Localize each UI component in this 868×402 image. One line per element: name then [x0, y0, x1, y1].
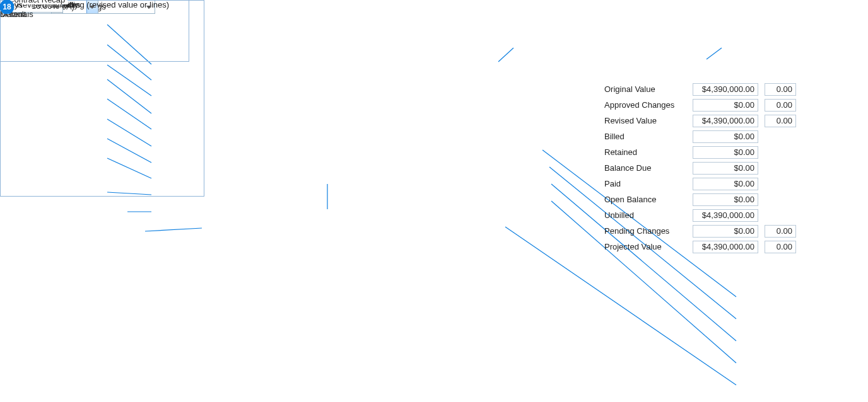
badge-18: 18	[0, 0, 14, 14]
recap-row-value: $0.00	[693, 225, 758, 238]
chevron-down-icon	[90, 6, 95, 9]
recap-row-label: Approved Changes	[604, 100, 674, 110]
contract-recap-group: Contract Recap	[0, 0, 204, 197]
recap-row-value: $0.00	[693, 162, 758, 175]
recap-row-value: $4,390,000.00	[693, 115, 758, 127]
recap-row-days: 0.00	[765, 115, 796, 127]
recap-row-days: 0.00	[765, 99, 796, 112]
recap-row-label: Open Balance	[604, 195, 656, 204]
recap-row-value: $4,390,000.00	[693, 209, 758, 222]
recap-row-value: $4,390,000.00	[693, 241, 758, 253]
recap-row-label: Billed	[604, 132, 625, 141]
recap-row-label: Projected Value	[604, 242, 662, 251]
svg-line-16	[551, 184, 736, 341]
chevron-down-icon	[146, 6, 151, 9]
chevron-down-icon	[54, 6, 59, 9]
svg-line-12	[498, 48, 513, 62]
recap-row-days: 0.00	[765, 83, 796, 96]
chevron-down-icon	[61, 6, 66, 9]
recap-row-value: $4,390,000.00	[693, 83, 758, 96]
recap-row-value: $0.00	[693, 130, 758, 143]
recap-row-value: $0.00	[693, 146, 758, 159]
recap-row-value: $0.00	[693, 193, 758, 206]
svg-line-13	[707, 48, 722, 59]
recap-row-label: Balance Due	[604, 163, 651, 173]
recap-row-label: Paid	[604, 179, 621, 188]
recap-row-label: Original Value	[604, 84, 655, 94]
recap-row-days: 0.00	[765, 225, 796, 238]
recap-row-label: Unbilled	[604, 210, 634, 220]
recap-row-value: $0.00	[693, 178, 758, 190]
recap-row-label: Revised Value	[604, 116, 657, 125]
recap-row-value: $0.00	[693, 99, 758, 112]
recap-row-days: 0.00	[765, 241, 796, 253]
svg-line-10	[145, 228, 202, 231]
recap-row-label: Retained	[604, 147, 637, 157]
recap-row-label: Pending Changes	[604, 226, 669, 236]
